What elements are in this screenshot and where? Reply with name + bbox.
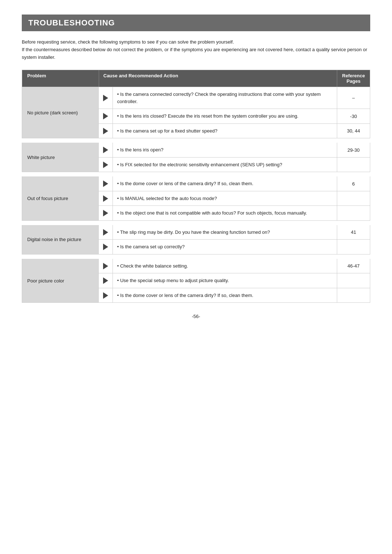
cause-text: • Use the special setup menu to adjust p… [113, 273, 337, 288]
arrow-icon [99, 176, 113, 191]
arrow-icon [99, 259, 113, 273]
page-footer: -56- [22, 314, 370, 319]
arrow-icon [99, 225, 113, 240]
reference-pages: 6 [337, 176, 370, 191]
table-row: • Is MANUAL selected for the auto focus … [99, 191, 370, 206]
reference-pages: -30 [337, 109, 370, 123]
cause-text: • Is the dome cover or lens of the camer… [113, 176, 337, 191]
cause-text: • Is the dome cover or lens of the camer… [113, 288, 337, 303]
arrow-icon [99, 273, 113, 288]
table-row: • Is the object one that is not compatib… [99, 206, 370, 220]
problem-label-white-picture: White picture [22, 143, 99, 172]
reference-pages: 29-30 [337, 143, 370, 157]
table-row: • Is the camera set up for a fixed shutt… [99, 124, 370, 138]
cause-text: • Is the camera set up correctly? [113, 240, 337, 254]
arrow-icon [99, 124, 113, 138]
problem-label-digital-noise: Digital noise in the picture [22, 225, 99, 254]
arrow-icon [99, 87, 113, 109]
right-arrow-icon [103, 277, 108, 284]
problem-label-out-of-focus: Out of focus picture [22, 176, 99, 220]
col-header-problem: Problem [22, 70, 99, 87]
cause-text: • Is the camera connected correctly? Che… [113, 87, 337, 109]
cause-text: • Is the camera set up for a fixed shutt… [113, 124, 337, 138]
cause-text: • Check the white balance setting. [113, 259, 337, 273]
right-arrow-icon [103, 147, 108, 153]
reference-pages [337, 158, 370, 172]
reference-pages: 46-47 [337, 259, 370, 273]
arrow-icon [99, 158, 113, 172]
table-row: • Is the dome cover or lens of the camer… [99, 288, 370, 303]
arrow-icon [99, 109, 113, 123]
right-arrow-icon [103, 210, 108, 216]
table-row: • Use the special setup menu to adjust p… [99, 273, 370, 288]
reference-pages [337, 206, 370, 220]
table-row: • Check the white balance setting.46-47 [99, 259, 370, 274]
table-row: • Is the lens iris open?29-30 [99, 143, 370, 158]
problem-label-poor-color: Poor picture color [22, 259, 99, 303]
right-arrow-icon [103, 229, 108, 236]
reference-pages [337, 288, 370, 303]
table-row: • Is FIX selected for the electronic sen… [99, 158, 370, 172]
page-title: TROUBLESHOOTING [28, 18, 364, 28]
group-poor-color: Poor picture color• Check the white bala… [22, 259, 370, 303]
troubleshoot-table: Problem Cause and Recommended Action Ref… [22, 70, 370, 303]
reference-pages: 41 [337, 225, 370, 240]
table-row: • Is the lens iris closed? Execute the i… [99, 109, 370, 124]
group-white-picture: White picture• Is the lens iris open?29-… [22, 143, 370, 172]
cause-text: • The slip ring may be dirty. Do you hav… [113, 225, 337, 240]
right-arrow-icon [103, 95, 108, 101]
cause-text: • Is MANUAL selected for the auto focus … [113, 191, 337, 206]
right-arrow-icon [103, 162, 108, 168]
rows-right-digital-noise: • The slip ring may be dirty. Do you hav… [99, 225, 370, 254]
right-arrow-icon [103, 113, 108, 119]
right-arrow-icon [103, 128, 108, 134]
cause-text: • Is the lens iris closed? Execute the i… [113, 109, 337, 123]
table-row: • The slip ring may be dirty. Do you hav… [99, 225, 370, 240]
rows-right-no-picture: • Is the camera connected correctly? Che… [99, 87, 370, 138]
arrow-icon [99, 240, 113, 254]
table-row: • Is the dome cover or lens of the camer… [99, 176, 370, 191]
reference-pages [337, 273, 370, 288]
right-arrow-icon [103, 195, 108, 202]
intro-line1: Before requesting service, check the fol… [22, 38, 370, 46]
groups-container: No picture (dark screen)• Is the camera … [22, 87, 370, 303]
rows-right-out-of-focus: • Is the dome cover or lens of the camer… [99, 176, 370, 220]
group-out-of-focus: Out of focus picture• Is the dome cover … [22, 176, 370, 221]
intro-line2: If the countermeasures described below d… [22, 46, 370, 61]
reference-pages: 30, 44 [337, 124, 370, 138]
group-digital-noise: Digital noise in the picture• The slip r… [22, 225, 370, 254]
problem-label-no-picture: No picture (dark screen) [22, 87, 99, 138]
reference-pages [337, 191, 370, 206]
col-header-ref: Reference Pages [337, 70, 370, 87]
right-arrow-icon [103, 180, 108, 187]
arrow-icon [99, 191, 113, 206]
intro-section: Before requesting service, check the fol… [22, 38, 370, 61]
col-header-cause: Cause and Recommended Action [99, 70, 337, 87]
arrow-icon [99, 288, 113, 303]
table-header-row: Problem Cause and Recommended Action Ref… [22, 70, 370, 87]
right-arrow-icon [103, 244, 108, 250]
arrow-icon [99, 143, 113, 157]
group-no-picture: No picture (dark screen)• Is the camera … [22, 87, 370, 138]
rows-right-poor-color: • Check the white balance setting.46-47•… [99, 259, 370, 303]
cause-text: • Is FIX selected for the electronic sen… [113, 158, 337, 172]
title-bar: TROUBLESHOOTING [22, 15, 370, 31]
reference-pages: – [337, 87, 370, 109]
cause-text: • Is the lens iris open? [113, 143, 337, 157]
reference-pages [337, 240, 370, 254]
arrow-icon [99, 206, 113, 220]
right-arrow-icon [103, 292, 108, 299]
cause-text: • Is the object one that is not compatib… [113, 206, 337, 220]
table-row: • Is the camera connected correctly? Che… [99, 87, 370, 109]
table-row: • Is the camera set up correctly? [99, 240, 370, 254]
right-arrow-icon [103, 263, 108, 269]
rows-right-white-picture: • Is the lens iris open?29-30• Is FIX se… [99, 143, 370, 172]
